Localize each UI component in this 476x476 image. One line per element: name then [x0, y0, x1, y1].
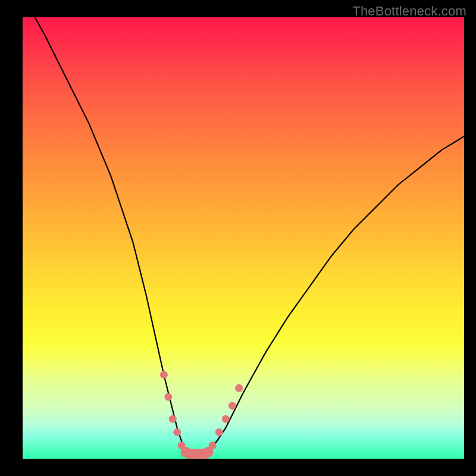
- data-point: [173, 428, 181, 436]
- data-point: [169, 415, 177, 423]
- data-point: [228, 402, 236, 410]
- data-point: [209, 441, 217, 449]
- watermark-text: TheBottleneck.com: [352, 4, 466, 19]
- data-point: [235, 384, 243, 392]
- data-point: [215, 428, 223, 436]
- data-point: [222, 415, 230, 423]
- plot-area: [23, 17, 464, 459]
- marker-group: [160, 371, 243, 459]
- data-point: [164, 393, 172, 401]
- chart-frame: TheBottleneck.com: [0, 0, 476, 476]
- bottleneck-chart: [23, 17, 464, 459]
- data-point: [160, 371, 168, 379]
- bottleneck-curve: [23, 17, 464, 455]
